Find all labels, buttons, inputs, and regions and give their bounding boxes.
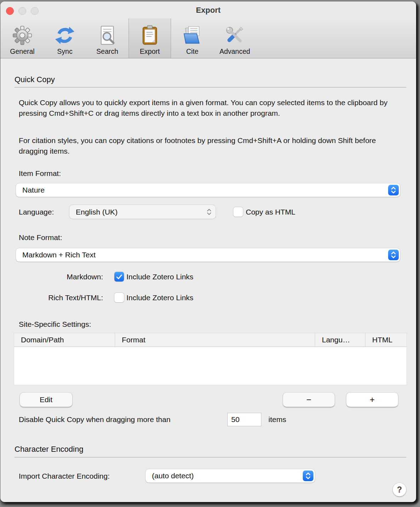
tab-search[interactable]: Search (86, 18, 129, 58)
site-settings-label: Site-Specific Settings: (19, 320, 91, 329)
chevron-up-down-icon (204, 206, 214, 217)
import-encoding-label: Import Character Encoding: (19, 472, 110, 480)
import-encoding-value: (auto detect) (152, 472, 194, 480)
screenshot-root: { "window": { "title": "Export" }, "tool… (0, 0, 420, 507)
item-format-value: Nature (22, 186, 45, 194)
edit-button[interactable]: Edit (20, 393, 72, 407)
sync-arrows-icon (54, 24, 76, 46)
tab-general[interactable]: General (1, 18, 44, 58)
copy-as-html-label: Copy as HTML (246, 208, 295, 216)
tab-general-label: General (10, 47, 34, 56)
tab-sync-label: Sync (57, 47, 72, 56)
remove-row-button[interactable]: − (283, 393, 335, 407)
tab-sync[interactable]: Sync (44, 18, 86, 58)
markdown-include-links-checkbox[interactable] (114, 272, 124, 281)
drag-threshold-input[interactable] (227, 413, 261, 426)
richtext-include-links-checkbox[interactable] (114, 293, 124, 302)
markdown-include-links-label: Include Zotero Links (126, 273, 193, 281)
chevron-up-down-icon (388, 185, 399, 195)
site-settings-table-header: Domain/Path Format Langu… HTML (14, 333, 407, 347)
column-header-domain: Domain/Path (14, 333, 115, 347)
search-doc-icon (96, 24, 118, 46)
quick-copy-description-1: Quick Copy allows you to quickly export … (19, 97, 389, 119)
note-format-value: Markdown + Rich Text (22, 251, 96, 259)
window-title: Export (0, 6, 416, 15)
site-settings-table: Domain/Path Format Langu… HTML (14, 333, 407, 385)
column-header-format: Format (115, 333, 315, 347)
disable-quick-copy-label: Disable Quick Copy when dragging more th… (19, 415, 170, 424)
note-format-label: Note Format: (19, 233, 62, 242)
tools-icon (224, 24, 246, 46)
tab-advanced[interactable]: Advanced (214, 18, 256, 58)
quick-copy-heading: Quick Copy (15, 75, 55, 84)
note-format-select[interactable]: Markdown + Rich Text (16, 248, 400, 262)
tab-export-label: Export (140, 47, 160, 56)
chevron-up-down-icon (388, 250, 399, 260)
quick-copy-description-2: For citation styles, you can copy citati… (19, 135, 398, 156)
preferences-toolbar: General Sync Search (0, 18, 416, 58)
tab-cite[interactable]: Cite (171, 18, 214, 58)
column-header-html: HTML (365, 333, 407, 347)
item-format-label: Item Format: (19, 169, 61, 178)
chevron-up-down-icon (303, 471, 313, 481)
richtext-label: Rich Text/HTML: (19, 294, 103, 302)
tab-advanced-label: Advanced (220, 47, 250, 56)
copy-as-html-checkbox[interactable] (233, 207, 243, 217)
item-format-select[interactable]: Nature (16, 183, 400, 197)
character-encoding-heading: Character Encoding (15, 445, 83, 454)
tab-cite-label: Cite (186, 47, 199, 56)
preferences-window: Export General (0, 1, 416, 502)
tab-export[interactable]: Export (129, 18, 171, 58)
tab-search-label: Search (96, 47, 118, 56)
language-select[interactable]: English (UK) (69, 205, 216, 219)
language-value: English (UK) (76, 208, 118, 216)
richtext-include-links-label: Include Zotero Links (126, 294, 193, 302)
gear-icon (11, 24, 33, 46)
column-header-language: Langu… (315, 333, 365, 347)
import-encoding-select[interactable]: (auto detect) (146, 469, 315, 483)
clipboard-icon (139, 24, 161, 46)
folder-icon (181, 24, 203, 46)
items-label: items (268, 415, 286, 424)
help-button[interactable]: ? (393, 483, 406, 496)
language-label: Language: (19, 208, 54, 216)
check-icon (116, 274, 122, 279)
section-divider (15, 87, 406, 87)
add-row-button[interactable]: + (346, 393, 398, 407)
site-settings-table-body[interactable] (14, 347, 407, 385)
title-bar: Export (0, 1, 416, 18)
markdown-label: Markdown: (19, 273, 103, 281)
section-divider (15, 457, 406, 457)
